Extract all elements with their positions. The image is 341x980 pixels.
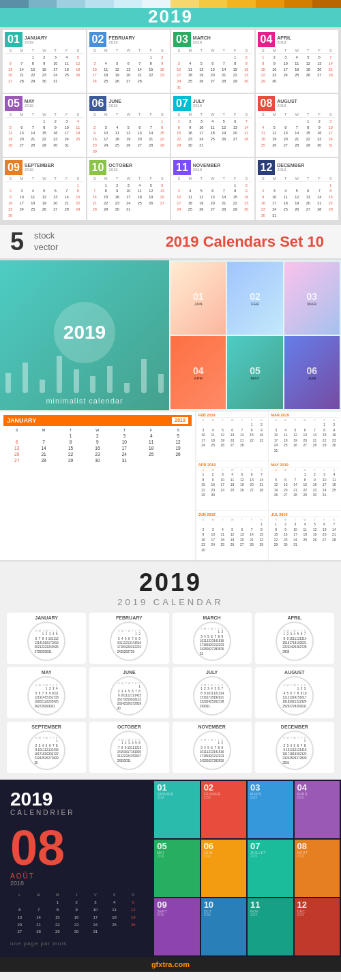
drip-2 <box>23 363 28 393</box>
mini-cal-01: 01JANUARY2019SMTWTFS12345678910111213141… <box>3 30 86 93</box>
mini-cal-02: 02FEBRUARY2019SMTWTFS1234567891011121314… <box>87 30 170 93</box>
top-calendar-section: 2019 01JANUARY2019SMTWTFS123456789101112… <box>0 0 341 223</box>
dark-month-name: AOÛT <box>10 872 143 880</box>
strip-1 <box>0 0 29 8</box>
circle-month-november: NOVEMBERSMTWTFS1234567891011121314151617… <box>173 722 252 773</box>
drip-10 <box>158 374 164 393</box>
dark-mini-month-04: 04 AVRIL 2019 <box>295 781 340 838</box>
circle-month-june: JUNESMTWTFS12345678910111213141516171819… <box>89 667 168 718</box>
mini-month-04: 04APR <box>170 336 226 409</box>
mini-cal-05: 05MAY2019SMTWTFS123456789101112131415161… <box>3 94 86 157</box>
minimalist-year-circle: 2019 <box>54 302 115 363</box>
dark-left: 2019 CALENDRIER 08 AOÛT 2018 LMMJVSD1234… <box>0 780 153 957</box>
drip-3 <box>40 380 45 393</box>
strip-8 <box>199 0 228 8</box>
dark-month-year: 2018 <box>10 880 143 887</box>
dark-mini-month-10: 10 OCT 2019 <box>201 898 246 955</box>
mini-cal-06: 06JUNE2019SMTWTFS12345678910111213141516… <box>87 94 170 157</box>
dark-mini-month-01: 01 JANVIER 2019 <box>154 781 199 838</box>
dark-mini-month-11: 11 NOV 2019 <box>248 898 293 955</box>
circle-month-april: APRILSMTWTFS1234567891011121314151617181… <box>255 613 334 664</box>
january-year-badge: 2019 <box>172 417 188 424</box>
circles-subtitle: 2019 CALENDAR <box>7 597 334 607</box>
dark-mini-month-08: 08 AOÛT 2019 <box>295 840 340 897</box>
mini-month-02: 02FEB <box>227 262 282 335</box>
small-month-apr: APR 2019SMTWTFS1234567891011121314151617… <box>196 461 269 510</box>
mini-cal-08: 08AUGUST2019SMTWTFS123456789101112131415… <box>256 94 339 157</box>
small-month-mar: MAR 2019SMTWTFS1234567891011121314151617… <box>269 412 341 461</box>
january-header: JANUARY 2019 <box>3 415 192 426</box>
calendar-grid: 01JANUARY2019SMTWTFS12345678910111213141… <box>0 27 341 223</box>
mini-month-06: 06JUN <box>284 336 340 409</box>
circle-month-july: JULYSMTWTFS12345678910111213141516171819… <box>173 667 252 718</box>
drip-5 <box>74 369 79 393</box>
dark-mini-month-06: 06 JUIN 2019 <box>201 840 246 897</box>
january-main: JANUARY 2019 SMTWTFS12345678910111213141… <box>0 412 196 560</box>
strip-2 <box>29 0 57 8</box>
circle-month-may: MAYSMTWTFS123456789101112131415161718192… <box>7 667 86 718</box>
drip-6 <box>90 376 95 393</box>
mini-cal-09: 09SEPTEMBER2019SMTWTFS123456789101112131… <box>3 158 86 221</box>
dark-mini-month-03: 03 MARS 2019 <box>248 781 293 838</box>
small-month-may: MAY 2019SMTWTFS1234567891011121314151617… <box>269 461 341 510</box>
minimalist-right: 01JAN02FEB03MAR04APR05MAY06JUN <box>169 260 341 410</box>
dark-mini-month-05: 05 MAI 2019 <box>154 840 199 897</box>
dark-subtitle: CALENDRIER <box>10 809 143 816</box>
drip-1 <box>5 373 11 393</box>
circle-month-december: DECEMBERSMTWTFS1234567891011121314151617… <box>255 722 334 773</box>
dark-right: 01 JANVIER 2019 02 FÉVRIER 2019 03 MARS … <box>153 780 341 957</box>
dark-mini-month-02: 02 FÉVRIER 2019 <box>201 781 246 838</box>
mini-cal-10: 10OCTOBER2019SMTWTFS12345678910111213141… <box>87 158 170 221</box>
minimalist-subtitle: minimalist calendar <box>46 397 123 405</box>
circle-month-october: OCTOBERSMTWTFS12345678910111213141516171… <box>89 722 168 773</box>
mini-month-01: 01JAN <box>170 262 226 335</box>
color-strips <box>0 0 341 8</box>
circles-section: 2019 2019 CALENDAR JANUARYSMTWTFS1234567… <box>0 560 341 780</box>
mini-cal-12: 12DECEMBER2019SMTWTFS1234567891011121314… <box>256 158 339 221</box>
drip-9 <box>141 359 147 393</box>
dark-section: 2019 CALENDRIER 08 AOÛT 2018 LMMJVSD1234… <box>0 780 341 957</box>
circles-grid: JANUARYSMTWTFS12345678910111213141516171… <box>7 613 334 773</box>
strip-12 <box>312 0 341 8</box>
strip-11 <box>284 0 313 8</box>
drip-8 <box>124 383 130 393</box>
strip-5 <box>114 0 143 8</box>
small-month-feb: FEB 2019SMTWTFS1234567891011121314151617… <box>196 412 269 461</box>
top-banner: 2019 <box>0 0 341 27</box>
circle-month-february: FEBRUARYSMTWTFS1234567891011121314151617… <box>89 613 168 664</box>
dark-month-number: 08 <box>10 823 143 872</box>
strip-4 <box>85 0 114 8</box>
circle-month-september: SEPTEMBERSMTWTFS123456789101112131415161… <box>7 722 86 773</box>
dark-mini-month-12: 12 DÉC 2019 <box>295 898 340 955</box>
watermark-site: gfxtra.com <box>151 960 190 968</box>
january-grid: SMTWTFS123456789101112131415161718192021… <box>3 427 192 463</box>
mini-cal-07: 07JULY2019SMTWTFS12345678910111213141516… <box>171 94 254 157</box>
january-section: JANUARY 2019 SMTWTFS12345678910111213141… <box>0 410 341 560</box>
strip-7 <box>170 0 199 8</box>
dark-footer: Une page par mois <box>10 940 143 947</box>
dark-mini-month-09: 09 SEPT 2019 <box>154 898 199 955</box>
mini-month-05: 05MAY <box>227 336 282 409</box>
small-months-right: FEB 2019SMTWTFS1234567891011121314151617… <box>196 412 341 560</box>
dark-mini-month-07: 07 JUILLET 2019 <box>248 840 293 897</box>
small-month-jun: JUN 2019SMTWTFS1234567891011121314151617… <box>196 511 269 560</box>
mini-cal-03: 03MARCH2019SMTWTFS1234567891011121314151… <box>171 30 254 93</box>
dark-cal-grid: LMMJVSD123456789101112131415161718192021… <box>10 892 143 936</box>
stock-title: 2019 Calendars Set 10 <box>166 233 324 251</box>
top-year: 2019 <box>148 6 193 27</box>
circle-month-january: JANUARYSMTWTFS12345678910111213141516171… <box>7 613 86 664</box>
minimalist-left: 2019 minimalist calendar <box>0 260 169 410</box>
small-month-jul: JUL 2019SMTWTFS1234567891011121314151617… <box>269 511 341 560</box>
drips-decoration <box>0 356 169 393</box>
january-month-label: JANUARY <box>7 417 36 424</box>
dark-title: 2019 <box>10 790 143 809</box>
drip-7 <box>107 366 113 393</box>
drip-4 <box>57 356 62 393</box>
strip-3 <box>57 0 85 8</box>
watermark: gfxtra.com <box>0 957 341 972</box>
minimalist-section: 2019 minimalist calendar 01JAN02FEB03MAR… <box>0 260 341 410</box>
mini-month-03: 03MAR <box>284 262 340 335</box>
strip-9 <box>227 0 256 8</box>
circles-year: 2019 <box>7 568 334 597</box>
mini-cal-04: 04APRIL2019SMTWTFS1234567891011121314151… <box>256 30 339 93</box>
